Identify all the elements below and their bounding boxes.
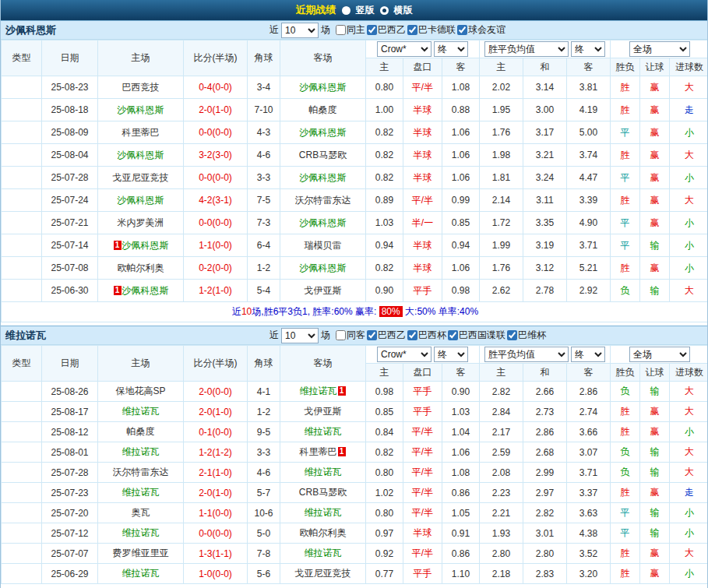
team-name-link[interactable]: 帕桑度 [127, 426, 155, 437]
score-cell[interactable]: 1-3(1-1) [184, 544, 248, 564]
league-checkbox-input[interactable] [507, 330, 517, 340]
team-name-link[interactable]: 沃尔特雷东达 [113, 467, 169, 477]
team-name-link[interactable]: 戈伊亚斯 [305, 406, 342, 417]
team-name-link[interactable]: CRB马瑟欧 [299, 487, 347, 498]
league-checkbox-input[interactable] [448, 330, 458, 340]
score-cell[interactable]: 1-1(0-0) [184, 503, 248, 523]
team-name-link[interactable]: 沙佩科恩斯 [300, 82, 347, 93]
league-filter-checkbox[interactable]: 巴西乙 [367, 23, 406, 37]
score-cell[interactable]: 0-2(0-0) [184, 257, 248, 280]
team-name-link[interactable]: 帕桑度 [309, 104, 337, 115]
team-name-link[interactable]: 保地花高SP [115, 386, 165, 396]
team-name-link[interactable]: 巴西竞技 [122, 82, 160, 93]
score-cell[interactable]: 1-2(1-2) [184, 442, 248, 463]
team-name-link[interactable]: 科里蒂巴 [122, 127, 160, 138]
league-type-cell: 巴西乙 [2, 144, 42, 167]
score-cell[interactable]: 0-0(0-0) [184, 121, 248, 144]
team-name-link[interactable]: 维拉诺瓦 [305, 426, 342, 437]
league-filter-checkbox[interactable]: 同客 [336, 329, 365, 342]
team-name-link[interactable]: 戈亚尼亚竞技 [113, 172, 169, 183]
score-cell[interactable]: 3-2(3-0) [184, 144, 248, 167]
asian-final-select[interactable]: 终 [434, 347, 468, 362]
score-cell[interactable]: 2-0(0-0) [184, 382, 248, 402]
horizontal-layout-label[interactable]: 横版 [394, 4, 413, 17]
score-cell[interactable]: 0-0(0-0) [184, 212, 248, 234]
match-count-select[interactable]: 10 [281, 23, 319, 38]
score-cell[interactable]: 4-2(3-1) [184, 189, 248, 212]
score-cell[interactable]: 0-1(0-0) [184, 422, 248, 442]
team-name-link[interactable]: 奥瓦 [132, 507, 150, 518]
score-cell[interactable]: 2-0(1-0) [184, 402, 248, 422]
team-name-link[interactable]: 维拉诺瓦 [122, 487, 160, 498]
euro-final-select[interactable]: 终 [571, 41, 605, 57]
team-name-link[interactable]: 沙佩科恩斯 [118, 195, 164, 206]
team-name-link[interactable]: 维拉诺瓦 [122, 568, 160, 579]
league-checkbox-input[interactable] [407, 25, 417, 35]
team-name-link[interactable]: 欧帕尔利奥 [118, 262, 164, 273]
odds-company-select[interactable]: Crow* [377, 347, 431, 362]
team-name-link[interactable]: 瑞模贝雷 [305, 240, 342, 251]
league-filter-checkbox[interactable]: 巴卡德联 [407, 23, 456, 37]
handicap-cell: 半球 [403, 234, 442, 257]
team-name-link[interactable]: 沙佩科恩斯 [122, 285, 169, 296]
odds-company-select[interactable]: Crow* [377, 41, 431, 57]
red-card-badge: 1 [338, 447, 346, 456]
vertical-layout-label[interactable]: 竖版 [356, 4, 375, 17]
team-name-link[interactable]: 沙佩科恩斯 [118, 150, 164, 160]
team-name-link[interactable]: 欧帕尔利奥 [300, 527, 347, 538]
league-checkbox-input[interactable] [336, 25, 346, 35]
score-cell[interactable]: 2-1(1-0) [184, 463, 248, 483]
vertical-layout-radio[interactable] [342, 6, 350, 15]
score-cell[interactable]: 0-0(0-0) [184, 167, 248, 189]
team-name-link[interactable]: 沙佩科恩斯 [300, 172, 347, 183]
team-name-link[interactable]: 沙佩科恩斯 [300, 217, 347, 228]
team-name-link[interactable]: 沙佩科恩斯 [122, 240, 169, 251]
score-cell[interactable]: 1-2(1-0) [184, 280, 248, 302]
team-name-link[interactable]: 沙佩科恩斯 [300, 127, 347, 138]
league-checkbox-input[interactable] [407, 330, 417, 340]
score-cell[interactable]: 2-0(1-0) [184, 99, 248, 121]
team-name-link[interactable]: 沙佩科恩斯 [300, 262, 347, 273]
team-name-link[interactable]: CRB马瑟欧 [299, 150, 347, 160]
score-cell[interactable]: 0-4(0-0) [184, 76, 248, 99]
league-checkbox-input[interactable] [457, 25, 467, 35]
team-name-link[interactable]: 戈亚尼亚竞技 [295, 568, 351, 579]
team-name-link[interactable]: 维拉诺瓦 [305, 507, 342, 518]
asian-home-odds-cell: 0.92 [366, 544, 403, 564]
scope-select[interactable]: 全场 [629, 347, 690, 362]
team-name-link[interactable]: 维拉诺瓦 [300, 386, 337, 396]
team-name-link[interactable]: 费罗维亚里亚 [113, 548, 169, 558]
team-name-link[interactable]: 维拉诺瓦 [305, 548, 342, 558]
scope-select[interactable]: 全场 [629, 41, 690, 57]
euro-final-select[interactable]: 终 [571, 347, 605, 362]
handicap-result-cell: 输 [640, 523, 670, 544]
team-name-link[interactable]: 戈伊亚斯 [305, 285, 342, 296]
league-filter-checkbox[interactable]: 同主 [336, 23, 365, 37]
league-filter-checkbox[interactable]: 巴西国谍联 [448, 329, 505, 342]
match-count-select[interactable]: 10 [281, 328, 319, 343]
score-cell[interactable]: 1-1(0-0) [184, 234, 248, 257]
league-checkbox-input[interactable] [336, 330, 346, 340]
league-filter-checkbox[interactable]: 巴维杯 [507, 329, 546, 342]
team-name-link[interactable]: 维拉诺瓦 [122, 527, 160, 538]
score-cell[interactable]: 0-0(0-0) [184, 523, 248, 544]
team-name-link[interactable]: 维拉诺瓦 [122, 406, 160, 417]
league-filter-checkbox[interactable]: 巴西乙 [367, 329, 406, 342]
league-filter-checkbox[interactable]: 球会友谊 [457, 23, 505, 37]
team-name-link[interactable]: 沙佩科恩斯 [118, 104, 164, 115]
euro-average-select[interactable]: 胜平负均值 [484, 347, 569, 362]
league-filter-checkbox[interactable]: 巴西杯 [407, 329, 446, 342]
league-checkbox-input[interactable] [367, 25, 377, 35]
euro-average-select[interactable]: 胜平负均值 [484, 41, 569, 57]
team-name-link[interactable]: 沃尔特雷东达 [295, 195, 351, 206]
league-checkbox-input[interactable] [367, 330, 377, 340]
horizontal-layout-radio[interactable] [380, 6, 389, 15]
asian-final-select[interactable]: 终 [434, 41, 468, 57]
score-cell[interactable]: 2-0(1-0) [184, 483, 248, 503]
team-name-link[interactable]: 米内罗美洲 [118, 217, 164, 228]
score-cell[interactable]: 1-0(0-0) [184, 564, 248, 584]
team-name-link[interactable]: 科里蒂巴 [300, 446, 337, 457]
red-card-badge: 1 [114, 286, 122, 295]
team-name-link[interactable]: 维拉诺瓦 [305, 467, 342, 477]
team-name-link[interactable]: 维拉诺瓦 [122, 446, 160, 457]
